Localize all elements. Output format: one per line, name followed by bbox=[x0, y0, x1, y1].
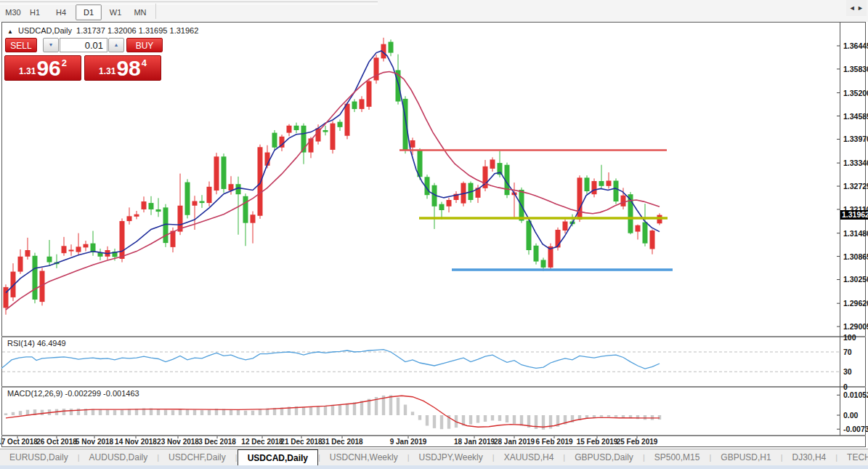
buy-button[interactable]: BUY bbox=[126, 38, 163, 52]
symbol-tab-tech100[interactable]: TECH100,H bbox=[837, 449, 868, 466]
volume-input[interactable] bbox=[60, 38, 108, 52]
sell-price-sup: 2 bbox=[62, 57, 67, 68]
date-axis-label: 14 Nov 2018 bbox=[115, 438, 157, 446]
date-axis-label: 15 Feb 2019 bbox=[577, 438, 618, 446]
spin-up-icon: ▲ bbox=[114, 42, 119, 47]
trading-platform-window: M30 H1 H4 D1 W1 MN ▲ USDCAD,Daily 1.3173… bbox=[0, 0, 868, 469]
current-price-tag: 1.31962 bbox=[840, 210, 868, 220]
price-axis-tick: 1.35200 bbox=[843, 89, 868, 97]
price-axis-tick: 1.33970 bbox=[843, 135, 868, 143]
price-axis-tick: 1.32725 bbox=[843, 182, 868, 191]
symbol-tab-gbpusd[interactable]: GBPUSD,H1 bbox=[711, 449, 780, 466]
buy-price-prefix: 1.31 bbox=[99, 66, 115, 76]
tab-scroll-right-icon[interactable]: ► bbox=[857, 4, 864, 12]
timeframe-button-m30[interactable]: M30 bbox=[1, 4, 25, 20]
date-axis-label: 9 Jan 2019 bbox=[390, 438, 427, 446]
sell-price-big: 96 bbox=[36, 58, 60, 79]
macd-axis-tick: 0.00 bbox=[843, 411, 858, 420]
price-axis-tick: 1.34585 bbox=[843, 112, 868, 121]
symbol-tab-bar: EURUSD,Daily|AUDUSD,Daily|USDCHF,Daily|U… bbox=[0, 449, 868, 466]
tab-scroll-left-icon[interactable]: ◄ bbox=[849, 4, 856, 12]
sell-price-prefix: 1.31 bbox=[19, 66, 36, 76]
symbol-tab-usdcad[interactable]: USDCAD,Daily bbox=[238, 449, 318, 466]
pane-separator-macd-dates bbox=[1, 435, 866, 436]
symbol-tab-usdjpy[interactable]: USDJPY,Weekly bbox=[410, 449, 492, 466]
volume-decrease-button[interactable]: ▼ bbox=[43, 38, 59, 52]
date-axis-label: 18 Jan 2019 bbox=[454, 438, 495, 446]
price-axis-tick: 1.31480 bbox=[843, 229, 868, 238]
chart-window bbox=[1, 22, 866, 447]
symbol-tab-eurusd[interactable]: EURUSD,Daily bbox=[0, 449, 78, 466]
ohlc-values: 1.31737 1.32006 1.31695 1.31962 bbox=[76, 26, 198, 35]
timeframe-button-h4[interactable]: H4 bbox=[51, 4, 71, 20]
rsi-axis-tick: 30 bbox=[843, 367, 852, 376]
spin-down-icon: ▼ bbox=[49, 42, 54, 47]
date-axis-label: 21 Dec 2018 bbox=[280, 438, 322, 446]
toolbar-separator bbox=[155, 4, 156, 19]
timeframe-toolbar: M30 H1 H4 D1 W1 MN bbox=[0, 0, 868, 22]
rsi-axis-tick: 0 bbox=[843, 382, 848, 391]
price-axis-tick: 1.29620 bbox=[843, 299, 868, 308]
buy-price-big: 98 bbox=[116, 58, 140, 79]
symbol-period-label: USDCAD,Daily bbox=[18, 26, 72, 35]
date-axis-label: 5 Nov 2018 bbox=[76, 438, 113, 446]
rsi-axis-tick: 100 bbox=[843, 333, 856, 342]
price-axis-tick: 1.30865 bbox=[843, 252, 868, 261]
pane-separator-main-rsi[interactable] bbox=[1, 336, 866, 337]
symbol-tab-xauusd[interactable]: XAUUSD,H4 bbox=[495, 449, 564, 466]
rsi-axis-tick: 70 bbox=[843, 348, 852, 356]
sell-button[interactable]: SELL bbox=[5, 38, 37, 52]
date-axis-label: 31 Dec 2018 bbox=[321, 438, 362, 446]
date-axis-label: 12 Dec 2018 bbox=[241, 438, 283, 446]
price-axis-line bbox=[840, 23, 840, 436]
date-axis-label: 17 Oct 2018 bbox=[0, 438, 38, 446]
date-axis-label: 26 Oct 2018 bbox=[36, 438, 77, 446]
symbol-tab-gbpusd[interactable]: GBPUSD,Daily bbox=[565, 449, 643, 466]
collapse-icon[interactable]: ▲ bbox=[7, 28, 13, 35]
date-axis-label: 25 Feb 2019 bbox=[617, 438, 658, 446]
symbol-tab-usdchf[interactable]: USDCHF,Daily bbox=[159, 449, 235, 466]
tab-scroll-arrows: ◄ ► bbox=[846, 0, 867, 16]
buy-price-button[interactable]: 1.31 98 4 bbox=[84, 55, 161, 81]
price-axis-tick: 1.35830 bbox=[843, 65, 868, 73]
date-axis-label: 3 Dec 2018 bbox=[198, 438, 236, 446]
timeframe-button-h1[interactable]: H1 bbox=[25, 4, 45, 20]
symbol-tab-usdcnh[interactable]: USDCNH,Weekly bbox=[320, 449, 407, 466]
volume-increase-button[interactable]: ▲ bbox=[108, 38, 124, 52]
macd-axis-tick: 0.010525 bbox=[843, 390, 868, 399]
timeframe-button-d1[interactable]: D1 bbox=[76, 4, 102, 20]
status-strip bbox=[0, 465, 868, 469]
sell-price-button[interactable]: 1.31 96 2 bbox=[4, 55, 81, 81]
pane-separator-rsi-macd[interactable] bbox=[1, 386, 866, 388]
price-axis-tick: 1.36445 bbox=[843, 41, 868, 50]
date-axis-label: 23 Nov 2018 bbox=[157, 438, 199, 446]
price-axis-tick: 1.30250 bbox=[843, 275, 868, 284]
price-axis-tick: 1.33340 bbox=[843, 159, 868, 167]
macd-axis-tick: -0.0073 bbox=[843, 425, 868, 433]
timeframe-button-w1[interactable]: W1 bbox=[105, 4, 126, 20]
date-axis-label: 28 Jan 2019 bbox=[494, 438, 535, 446]
symbol-tab-dj30[interactable]: DJ30,H4 bbox=[783, 449, 836, 466]
buy-price-sup: 4 bbox=[142, 57, 147, 68]
rsi-label: RSI(14) 46.4949 bbox=[7, 339, 66, 348]
symbol-tab-audusd[interactable]: AUDUSD,Daily bbox=[80, 449, 158, 466]
chart-header: ▲ USDCAD,Daily 1.31737 1.32006 1.31695 1… bbox=[7, 26, 198, 35]
date-axis-label: 6 Feb 2019 bbox=[535, 438, 572, 446]
timeframe-button-mn[interactable]: MN bbox=[129, 4, 151, 20]
price-axis-tick: 1.29005 bbox=[843, 322, 868, 331]
macd-label: MACD(12,26,9) -0.002299 -0.001463 bbox=[7, 389, 139, 398]
symbol-tab-sp500[interactable]: SP500,M15 bbox=[645, 449, 710, 466]
